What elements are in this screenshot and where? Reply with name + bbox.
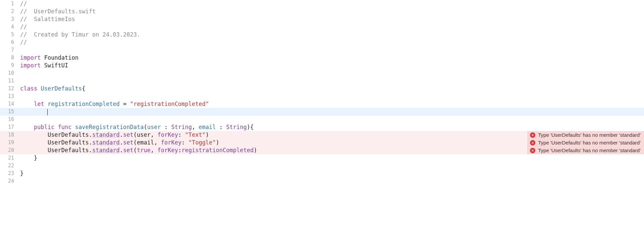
code-text: ) — [206, 131, 209, 138]
code-line[interactable]: 1 // — [0, 0, 644, 8]
code-line[interactable]: 12 class UserDefaults{ — [0, 85, 644, 93]
code-line[interactable]: 17 public func saveRegistrationData(user… — [0, 123, 644, 131]
code-text — [20, 101, 34, 107]
code-text: : — [216, 124, 226, 130]
code-text: Foundation — [41, 54, 78, 61]
code-text: String — [171, 124, 192, 130]
code-text — [20, 147, 48, 154]
code-text: , — [154, 139, 161, 146]
line-number: 17 — [0, 123, 19, 131]
code-text: UserDefaults — [41, 85, 82, 92]
code-text: let — [34, 101, 44, 107]
line-number: 10 — [0, 69, 19, 77]
code-line[interactable]: 9 import SwiftUI — [0, 62, 644, 69]
code-line[interactable]: 4 // — [0, 23, 644, 31]
code-line[interactable]: 16 — [0, 116, 644, 123]
line-number: 8 — [0, 54, 19, 62]
error-message: Type 'UserDefaults' has no member 'stand… — [538, 146, 641, 154]
code-line-error[interactable]: 19 UserDefaults.standard.set(email, forK… — [0, 139, 644, 146]
code-text: Created by Timur on 24.03.2023. — [34, 31, 140, 38]
code-text: // — [20, 16, 34, 22]
code-text: class — [20, 85, 37, 92]
error-message: Type 'UserDefaults' has no member 'stand… — [538, 131, 641, 139]
code-line[interactable]: 23 } — [0, 170, 644, 177]
code-text: "registrationCompleted" — [130, 101, 209, 107]
line-number: 12 — [0, 85, 19, 93]
line-number: 1 — [0, 0, 19, 8]
code-line[interactable]: 10 — [0, 69, 644, 77]
code-text: } — [34, 155, 37, 161]
error-annotation[interactable]: Type 'UserDefaults' has no member 'stand… — [528, 131, 644, 139]
code-text: // — [20, 23, 27, 30]
code-line[interactable]: 6 // — [0, 39, 644, 46]
code-text: user — [137, 131, 151, 138]
code-text: standard — [92, 131, 120, 138]
code-text: ( — [133, 147, 137, 154]
code-text: . — [120, 147, 123, 154]
code-text: set — [123, 131, 133, 138]
code-text: // — [20, 8, 34, 15]
code-line[interactable]: 13 — [0, 93, 644, 100]
code-line[interactable]: 2 // UserDefaults.swift — [0, 8, 644, 15]
code-text — [20, 108, 34, 115]
code-text: ) — [216, 139, 219, 146]
code-text — [20, 124, 34, 130]
code-text — [54, 124, 58, 130]
code-line-error[interactable]: 18 UserDefaults.standard.set(user, forKe… — [0, 131, 644, 139]
code-text: forKey — [161, 139, 181, 146]
code-text: // — [20, 31, 34, 38]
code-text: String — [226, 124, 247, 130]
code-line[interactable]: 24 — [0, 177, 644, 185]
code-text: standard — [92, 139, 120, 146]
line-number: 18 — [0, 131, 19, 139]
code-text: SalattimeIos — [34, 16, 75, 22]
code-text: : — [181, 139, 188, 146]
code-line-error[interactable]: 20 UserDefaults.standard.set(true, forKe… — [0, 146, 644, 154]
code-text: ( — [133, 131, 137, 138]
code-text: : — [178, 147, 181, 154]
code-text: ( — [133, 139, 137, 146]
code-text: SwiftUI — [41, 62, 68, 69]
line-number: 21 — [0, 154, 19, 162]
code-text: { — [82, 85, 85, 92]
code-line[interactable]: 7 — [0, 46, 644, 54]
code-line[interactable]: 3 // SalattimeIos — [0, 15, 644, 23]
line-number: 19 — [0, 139, 19, 146]
code-line-current[interactable]: 15 — [0, 108, 644, 116]
code-text: forKey — [158, 131, 178, 138]
error-icon — [530, 140, 535, 145]
line-number: 3 — [0, 15, 19, 23]
code-text — [37, 85, 41, 92]
code-line[interactable]: 21 } — [0, 154, 644, 162]
code-text: . — [89, 147, 92, 154]
error-annotation[interactable]: Type 'UserDefaults' has no member 'stand… — [528, 139, 644, 146]
code-text — [72, 124, 75, 130]
code-text: UserDefaults — [48, 139, 89, 146]
line-number: 5 — [0, 31, 19, 39]
code-text: // — [20, 39, 27, 46]
code-line[interactable]: 14 let registrationCompleted = "registra… — [0, 100, 644, 108]
line-number: 14 — [0, 100, 19, 108]
code-line[interactable]: 8 import Foundation — [0, 54, 644, 62]
code-text: email — [199, 124, 216, 130]
code-line[interactable]: 22 — [0, 162, 644, 170]
line-number: 6 — [0, 39, 19, 46]
line-number: 4 — [0, 23, 19, 31]
error-icon — [530, 132, 535, 138]
line-number: 16 — [0, 116, 19, 123]
code-text: "Toggle" — [189, 139, 216, 146]
code-editor[interactable]: 1 // 2 // UserDefaults.swift 3 // Salatt… — [0, 0, 644, 185]
code-text: . — [120, 139, 123, 146]
code-text: standard — [92, 147, 120, 154]
error-icon — [530, 148, 535, 153]
code-text: UserDefaults — [48, 131, 89, 138]
code-text: . — [89, 131, 92, 138]
code-line[interactable]: 5 // Created by Timur on 24.03.2023. — [0, 31, 644, 39]
error-annotation[interactable]: Type 'UserDefaults' has no member 'stand… — [528, 146, 644, 154]
code-line[interactable]: 11 — [0, 77, 644, 85]
code-text: . — [120, 131, 123, 138]
code-text: "Text" — [185, 131, 205, 138]
text-cursor — [47, 109, 48, 115]
code-text: forKey — [158, 147, 178, 154]
code-text: public — [34, 124, 54, 130]
